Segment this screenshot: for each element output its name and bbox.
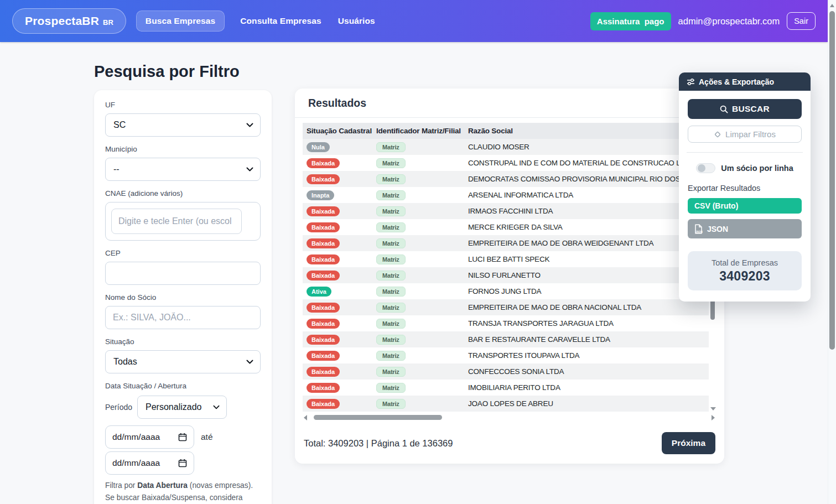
scroll-right-arrow-icon[interactable] — [712, 415, 715, 420]
razao-social-cell: TRANSJA TRANSPORTES JARAGUA LTDA — [468, 319, 709, 328]
main-nav: Busca EmpresasConsulta EmpresasUsuários — [136, 11, 376, 32]
table-row[interactable]: BaixadaMatrizMERCE KRIEGER DA SILVA — [303, 219, 709, 235]
table-row[interactable]: BaixadaMatrizIRMAOS FACCHINI LTDA — [303, 203, 709, 219]
table-row[interactable]: BaixadaMatrizBAR E RESTAURANTE CARAVELLE… — [303, 331, 709, 347]
status-badge: Baixada — [307, 174, 340, 184]
matriz-filial-badge: Matriz — [376, 335, 406, 345]
razao-social-cell: EMPREITEIRA DE MAO DE OBRA NACIONAL LTDA — [468, 303, 709, 311]
filter-panel: UF SC Município -- CNAE (adicione vários… — [94, 90, 272, 504]
status-badge: Baixada — [307, 271, 340, 280]
calendar-icon[interactable] — [178, 459, 187, 467]
brand-logo[interactable]: ProspectaBR BR — [12, 8, 126, 34]
status-badge: Baixada — [307, 158, 340, 168]
matriz-filial-badge: Matriz — [376, 222, 406, 232]
ate-label: até — [201, 432, 213, 442]
matriz-filial-badge: Matriz — [376, 303, 406, 313]
svg-text:JSON: JSON — [695, 230, 703, 233]
razao-social-cell: CLAUDIO MOSER — [468, 143, 709, 151]
date-to-input[interactable]: dd/mm/aaaa — [105, 451, 194, 475]
razao-social-cell: DEMOCRATAS COMISSAO PROVISORIA MUNICIPAL… — [468, 175, 709, 183]
nav-item-usu-rios[interactable]: Usuários — [337, 11, 376, 31]
brand-name: ProspectaBR — [25, 14, 99, 28]
table-row[interactable]: BaixadaMatrizIMOBILIARIA PERITO LTDA — [303, 380, 709, 396]
nav-item-busca-empresas[interactable]: Busca Empresas — [136, 11, 225, 32]
status-badge: Nula — [307, 142, 330, 152]
actions-export-panel: Ações & Exportação BUSCAR Limpar Filtros… — [679, 72, 811, 302]
results-footer: Total: 3409203 | Página 1 de 136369 Próx… — [295, 430, 724, 456]
results-table: Situação Cadastral Identificador Matriz/… — [303, 123, 716, 412]
toggle-switch[interactable] — [696, 163, 715, 173]
razao-social-cell: CONSTRUPAL IND E COM DO MATERIAL DE CONS… — [468, 159, 709, 167]
scroll-up-arrow-icon[interactable] — [830, 4, 834, 7]
export-csv-button[interactable]: CSV (Bruto) — [688, 198, 802, 214]
total-empresas-value: 3409203 — [693, 269, 796, 284]
buscar-button[interactable]: BUSCAR — [688, 99, 802, 119]
uf-select[interactable]: SC — [105, 113, 261, 137]
table-row[interactable]: AtivaMatrizFORNOS JUNG LTDA — [303, 283, 709, 299]
table-row[interactable]: BaixadaMatrizLUCI BEZ BATTI SPECK — [303, 251, 709, 267]
table-row[interactable]: NulaMatrizCLAUDIO MOSER — [303, 139, 709, 155]
total-empresas-card: Total de Empresas 3409203 — [688, 251, 802, 290]
matriz-filial-badge: Matriz — [376, 142, 406, 152]
situacao-label: Situação — [105, 337, 261, 346]
uf-select-value: SC — [113, 120, 126, 130]
subscription-badge: Assinatura pago — [590, 12, 671, 30]
page-scrollbar-thumb[interactable] — [829, 11, 835, 350]
table-row[interactable]: BaixadaMatrizJOAO LOPES DE ABREU — [303, 396, 709, 412]
date-filter-help-text: Filtra por Data Abertura (novas empresas… — [105, 480, 261, 504]
table-row[interactable]: BaixadaMatrizEMPREITEIRA DE MAO DE OBRA … — [303, 299, 709, 315]
actions-panel-body: BUSCAR Limpar Filtros Um sócio por linha… — [679, 91, 811, 302]
matriz-filial-badge: Matriz — [376, 383, 406, 393]
table-horizontal-scrollbar[interactable] — [303, 414, 716, 422]
razao-social-cell: BAR E RESTAURANTE CARAVELLE LTDA — [468, 335, 709, 344]
periodo-select[interactable]: Personalizado — [137, 396, 227, 419]
municipio-select[interactable]: -- — [105, 158, 261, 181]
table-row[interactable]: BaixadaMatrizEMPREITEIRA DE MAO DE OBRA … — [303, 235, 709, 251]
horizontal-scrollbar-thumb[interactable] — [314, 415, 442, 420]
razao-social-cell: CONFECCOES SONIA LTDA — [468, 367, 709, 376]
user-email: admin@prospectabr.com — [678, 16, 780, 27]
export-results-label: Exportar Resultados — [688, 184, 802, 193]
table-header-row: Situação Cadastral Identificador Matriz/… — [303, 123, 709, 139]
table-row[interactable]: BaixadaMatrizCONSTRUPAL IND E COM DO MAT… — [303, 155, 709, 171]
date-from-input[interactable]: dd/mm/aaaa — [105, 425, 194, 449]
column-header-situacao: Situação Cadastral — [307, 127, 376, 135]
results-title: Resultados — [308, 97, 711, 110]
razao-social-cell: IMOBILIARIA PERITO LTDA — [468, 383, 709, 392]
cnae-label: CNAE (adicione vários) — [105, 189, 261, 198]
matriz-filial-badge: Matriz — [376, 351, 406, 361]
table-row[interactable]: BaixadaMatrizNILSO FURLANETTO — [303, 267, 709, 283]
periodo-select-value: Personalizado — [146, 402, 201, 412]
page-vertical-scrollbar[interactable] — [828, 0, 836, 504]
cnae-input[interactable] — [111, 209, 242, 234]
chevron-down-icon — [213, 405, 220, 409]
periodo-label: Período — [105, 403, 132, 412]
matriz-filial-badge: Matriz — [376, 399, 406, 409]
status-badge: Baixada — [307, 303, 340, 313]
table-row[interactable]: BaixadaMatrizTRANSJA TRANSPORTES JARAGUA… — [303, 315, 709, 331]
scroll-left-arrow-icon[interactable] — [304, 415, 307, 420]
calendar-icon[interactable] — [178, 433, 187, 441]
table-row[interactable]: BaixadaMatrizCONFECCOES SONIA LTDA — [303, 363, 709, 380]
export-json-button[interactable]: JSON JSON — [688, 219, 802, 238]
results-panel: Resultados Situação Cadastral Identifica… — [295, 89, 724, 464]
logout-button[interactable]: Sair — [787, 12, 816, 30]
toggle-label: Um sócio por linha — [721, 164, 793, 173]
socio-input[interactable] — [105, 306, 261, 329]
nav-item-consulta-empresas[interactable]: Consulta Empresas — [239, 11, 322, 31]
limpar-filtros-button[interactable]: Limpar Filtros — [688, 126, 802, 143]
table-row[interactable]: BaixadaMatrizDEMOCRATAS COMISSAO PROVISO… — [303, 171, 709, 187]
municipio-label: Município — [105, 145, 261, 153]
scroll-down-arrow-icon[interactable] — [710, 407, 716, 411]
brand-suffix: BR — [103, 18, 113, 27]
socio-per-line-toggle[interactable]: Um sócio por linha — [688, 163, 802, 173]
table-body: NulaMatrizCLAUDIO MOSERBaixadaMatrizCONS… — [303, 139, 709, 412]
matriz-filial-badge: Matriz — [376, 238, 406, 248]
table-row[interactable]: BaixadaMatrizTRANSPORTES ITOUPAVA LTDA — [303, 347, 709, 363]
next-page-button[interactable]: Próxima — [662, 432, 715, 454]
search-icon — [720, 105, 728, 113]
table-row[interactable]: InaptaMatrizARSENAL INFORMATICA LTDA — [303, 187, 709, 203]
cnae-tag-box[interactable] — [105, 202, 261, 241]
situacao-select[interactable]: Todas — [105, 350, 261, 373]
cep-input[interactable] — [105, 262, 261, 285]
